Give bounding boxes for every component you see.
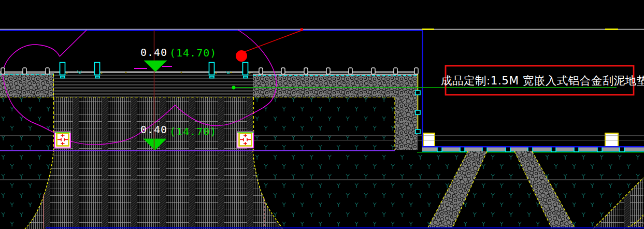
elevation-value-lower: 0.40 (140, 123, 167, 136)
gravel-drop-column (395, 97, 417, 150)
cad-canvas: 成品定制:1.5M 宽嵌入式铝合金刮泥地垫 0.40 (14.70) 0.40 … (0, 0, 644, 229)
annotation-label: 成品定制:1.5M 宽嵌入式铝合金刮泥地垫 (441, 74, 644, 87)
section-drawing: 成品定制:1.5M 宽嵌入式铝合金刮泥地垫 0.40 (14.70) 0.40 … (0, 0, 644, 229)
elevation-datum-upper: (14.70) (169, 47, 217, 59)
footing-marker-left (54, 132, 71, 148)
gravel-walk-left (0, 74, 54, 97)
footing-marker-right (237, 132, 254, 148)
red-detail-dot (236, 50, 247, 62)
elevation-value-upper: 0.40 (140, 46, 167, 59)
elevation-datum-lower: (14.70) (169, 125, 217, 138)
